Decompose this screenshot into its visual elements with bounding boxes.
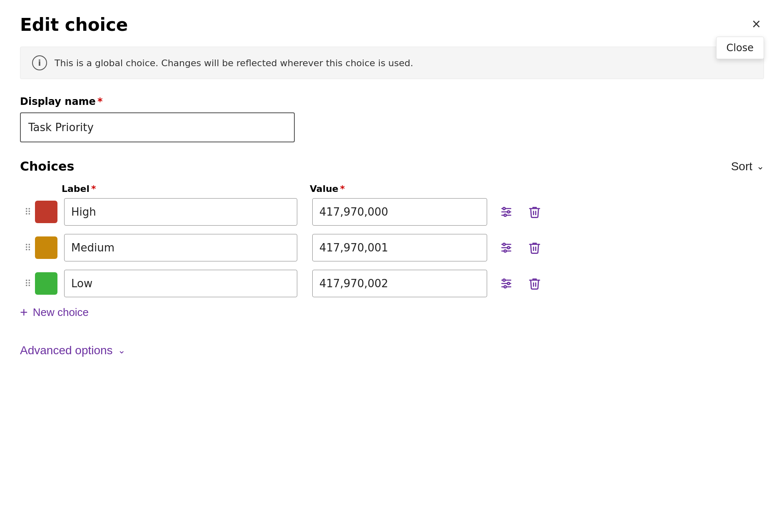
info-icon: i [32, 55, 47, 70]
sort-label: Sort [731, 160, 752, 173]
drag-handle-icon[interactable]: ⠿ [20, 207, 35, 217]
choice-delete-button[interactable] [525, 239, 544, 257]
new-choice-label: New choice [33, 306, 89, 319]
choice-value-input[interactable] [312, 270, 487, 297]
settings-sliders-icon [500, 205, 513, 219]
color-swatch[interactable] [35, 236, 57, 259]
svg-point-4 [508, 211, 510, 213]
choice-value-input[interactable] [312, 198, 487, 226]
svg-point-3 [503, 208, 505, 210]
svg-point-16 [508, 283, 510, 285]
svg-point-11 [504, 250, 506, 252]
drag-handle-icon[interactable]: ⠿ [20, 278, 35, 289]
value-column-header: Value* [310, 184, 345, 194]
drag-handle-icon[interactable]: ⠿ [20, 243, 35, 253]
label-column-header: Label* [62, 184, 295, 194]
choices-column-headers: Label* Value* [20, 184, 764, 194]
choice-delete-button[interactable] [525, 274, 544, 293]
required-star: * [97, 96, 103, 107]
svg-point-15 [503, 279, 505, 281]
sort-button[interactable]: Sort ⌄ [731, 160, 764, 173]
delete-trash-icon [528, 241, 541, 254]
choice-settings-button[interactable] [497, 203, 515, 221]
choice-row: ⠿ [20, 234, 764, 261]
settings-sliders-icon [500, 277, 513, 290]
choice-row: ⠿ [20, 198, 764, 226]
svg-point-17 [504, 286, 506, 288]
close-tooltip: Close [716, 37, 764, 59]
advanced-options-button[interactable]: Advanced options ⌄ [20, 344, 125, 357]
close-button-area: × Close [749, 15, 764, 33]
svg-point-9 [503, 244, 505, 246]
choice-label-input[interactable] [64, 270, 297, 297]
choices-title: Choices [20, 159, 74, 174]
svg-point-5 [504, 214, 506, 216]
choice-delete-button[interactable] [525, 203, 544, 221]
svg-point-10 [508, 247, 510, 249]
choices-header: Choices Sort ⌄ [20, 159, 764, 174]
info-banner: i This is a global choice. Changes will … [20, 47, 764, 79]
advanced-options-label: Advanced options [20, 344, 113, 357]
delete-trash-icon [528, 277, 541, 290]
sort-chevron-icon: ⌄ [757, 161, 764, 172]
choice-value-input[interactable] [312, 234, 487, 261]
new-choice-button[interactable]: + New choice [20, 306, 89, 319]
advanced-options-chevron-icon: ⌄ [118, 345, 125, 356]
display-name-label: Display name* [20, 96, 764, 107]
delete-trash-icon [528, 205, 541, 219]
choice-rows-container: ⠿ [20, 198, 764, 297]
close-x-icon: × [752, 15, 761, 32]
new-choice-plus-icon: + [20, 306, 28, 319]
choice-label-input[interactable] [64, 198, 297, 226]
color-swatch[interactable] [35, 201, 57, 223]
choice-settings-button[interactable] [497, 274, 515, 293]
color-swatch[interactable] [35, 272, 57, 295]
choice-settings-button[interactable] [497, 239, 515, 257]
edit-choice-dialog: Edit choice × Close i This is a global c… [0, 0, 784, 532]
choice-label-input[interactable] [64, 234, 297, 261]
display-name-section: Display name* [20, 96, 764, 142]
choices-section: Choices Sort ⌄ Label* Value* ⠿ [20, 159, 764, 319]
settings-sliders-icon [500, 241, 513, 254]
info-banner-text: This is a global choice. Changes will be… [55, 58, 413, 68]
choice-row: ⠿ [20, 270, 764, 297]
dialog-title: Edit choice [20, 15, 128, 35]
dialog-header: Edit choice × Close [20, 15, 764, 35]
display-name-input[interactable] [20, 112, 295, 142]
close-icon-button[interactable]: × [749, 15, 764, 33]
